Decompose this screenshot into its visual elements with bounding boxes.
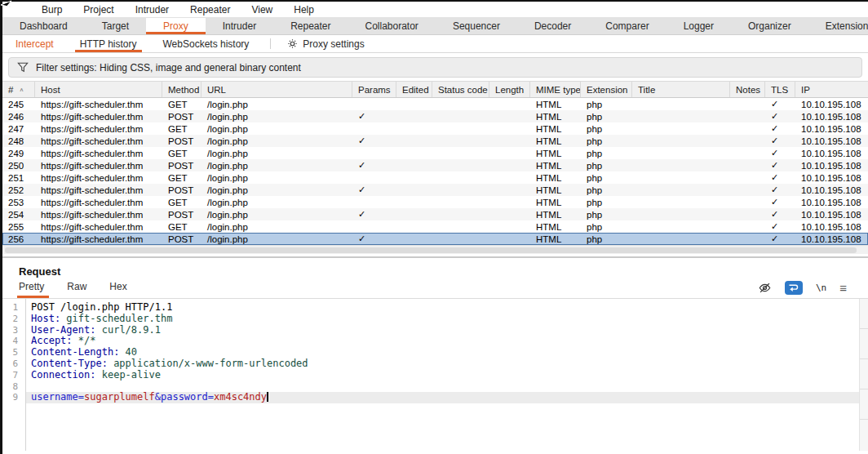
- column-header-status-code[interactable]: Status code: [432, 82, 489, 97]
- menu-burp[interactable]: Burp: [31, 4, 73, 16]
- cell-mime-type: HTML: [530, 196, 581, 208]
- table-row[interactable]: 255https://gift-scheduler.thmGET/login.p…: [2, 220, 868, 233]
- tab-dashboard[interactable]: Dashboard: [2, 18, 85, 34]
- table-row[interactable]: 249https://gift-scheduler.thmGET/login.p…: [2, 147, 868, 159]
- tab-repeater[interactable]: Repeater: [273, 18, 348, 34]
- request-code[interactable]: POST /login.php HTTP/1.1Host: gift-sched…: [26, 299, 868, 451]
- column-header-url[interactable]: URL: [202, 82, 352, 97]
- editor-scroll-strip[interactable]: [859, 299, 868, 451]
- cell-number: 255: [2, 220, 35, 233]
- request-editor[interactable]: 123456789 POST /login.php HTTP/1.1Host: …: [2, 299, 868, 451]
- table-row[interactable]: 253https://gift-scheduler.thmGET/login.p…: [2, 196, 868, 208]
- column-header-edited[interactable]: Edited: [396, 82, 432, 97]
- request-line-5[interactable]: Content-Length: 40: [26, 347, 868, 358]
- filter-settings-bar[interactable]: Filter settings: Hiding CSS, image and g…: [8, 57, 862, 78]
- table-row[interactable]: 251https://gift-scheduler.thmGET/login.p…: [2, 171, 868, 184]
- cell-edited: [396, 122, 432, 135]
- column-header-tls[interactable]: TLS: [765, 82, 795, 97]
- menu-help[interactable]: Help: [283, 4, 325, 16]
- cell-params: ✓: [352, 233, 396, 245]
- cell-method: GET: [162, 171, 202, 184]
- tab-sequencer[interactable]: Sequencer: [436, 18, 517, 34]
- cell-number: 250: [2, 159, 35, 171]
- menu-repeater[interactable]: Repeater: [179, 4, 241, 16]
- cell-ip: 10.10.195.108: [795, 159, 868, 171]
- code-segment: =: [78, 391, 84, 403]
- tab-proxy[interactable]: Proxy: [146, 18, 206, 34]
- scrollbar-thumb[interactable]: [5, 247, 857, 253]
- gear-icon: [287, 38, 298, 49]
- cell-ip: 10.10.195.108: [795, 196, 868, 208]
- tab-pretty[interactable]: Pretty: [19, 281, 55, 298]
- line-number: 5: [2, 347, 25, 358]
- column-header-title[interactable]: Title: [632, 82, 730, 97]
- table-row[interactable]: 254https://gift-scheduler.thmPOST/login.…: [2, 208, 868, 220]
- tab-hex[interactable]: Hex: [98, 281, 138, 298]
- menu-project[interactable]: Project: [73, 4, 124, 16]
- request-line-8[interactable]: [26, 381, 868, 393]
- tab-logger[interactable]: Logger: [666, 18, 731, 34]
- tab-collaborator[interactable]: Collaborator: [348, 18, 436, 34]
- tab-extensions[interactable]: Extensions: [808, 18, 868, 34]
- soft-wrap-icon[interactable]: [785, 281, 803, 295]
- cell-edited: [396, 147, 432, 159]
- column-header-notes[interactable]: Notes: [730, 82, 765, 97]
- table-row[interactable]: 248https://gift-scheduler.thmPOST/login.…: [2, 135, 868, 147]
- request-line-7[interactable]: Connection: keep-alive: [26, 370, 868, 381]
- tab-comparer[interactable]: Comparer: [588, 18, 666, 34]
- column-header-mime-type[interactable]: MIME type: [530, 82, 581, 97]
- column-header-ip[interactable]: IP: [795, 82, 868, 97]
- menu-view[interactable]: View: [241, 4, 283, 16]
- cell-host: https://gift-scheduler.thm: [35, 135, 162, 147]
- table-horizontal-scrollbar[interactable]: [2, 245, 868, 254]
- column-header-method[interactable]: Method: [162, 82, 202, 97]
- sort-ascending-icon: ∧: [19, 87, 24, 92]
- cell-notes: [730, 171, 765, 184]
- cell-host: https://gift-scheduler.thm: [35, 159, 162, 171]
- tab-organizer[interactable]: Organizer: [731, 18, 808, 34]
- table-row[interactable]: 247https://gift-scheduler.thmGET/login.p…: [2, 122, 868, 135]
- cell-title: [632, 208, 730, 220]
- column-header-params[interactable]: Params: [352, 82, 396, 97]
- menu-intruder[interactable]: Intruder: [125, 4, 179, 16]
- cell-ip: 10.10.195.108: [795, 122, 868, 135]
- http-history-table: #∧HostMethodURLParamsEditedStatus codeLe…: [2, 81, 868, 245]
- tab-decoder[interactable]: Decoder: [517, 18, 588, 34]
- cell-ip: 10.10.195.108: [795, 135, 868, 147]
- request-line-2[interactable]: Host: gift-scheduler.thm: [26, 314, 868, 325]
- request-line-6[interactable]: Content-Type: application/x-www-form-url…: [26, 358, 868, 370]
- editor-toolbar: \n ≡: [758, 281, 847, 295]
- request-line-1[interactable]: POST /login.php HTTP/1.1: [26, 302, 868, 314]
- tab-intruder[interactable]: Intruder: [206, 18, 273, 34]
- cell-status-code: [432, 208, 489, 220]
- editor-menu-icon[interactable]: ≡: [839, 284, 847, 292]
- read-only-eye-icon[interactable]: [758, 282, 772, 294]
- tab-http-history[interactable]: HTTP history: [67, 35, 150, 52]
- newline-chars-icon[interactable]: \n: [816, 283, 826, 293]
- table-row[interactable]: 256https://gift-scheduler.thmPOST/login.…: [2, 233, 868, 245]
- request-line-9[interactable]: username=sugarplumelf&password=xm4sc4ndy: [26, 392, 868, 403]
- cell-ip: 10.10.195.108: [795, 208, 868, 220]
- code-segment: Content-Length:: [31, 346, 119, 358]
- tab-intercept[interactable]: Intercept: [16, 35, 67, 52]
- column-header-host[interactable]: Host: [35, 82, 162, 97]
- column-header-extension[interactable]: Extension: [581, 82, 632, 97]
- table-row[interactable]: 252https://gift-scheduler.thmPOST/login.…: [2, 184, 868, 196]
- line-number: 3: [2, 325, 25, 336]
- proxy-settings-button[interactable]: Proxy settings: [279, 35, 372, 52]
- column-header-number[interactable]: #∧: [2, 82, 35, 97]
- burp-suite-window: BurpProjectIntruderRepeaterViewHelp Dash…: [0, 0, 868, 454]
- cell-title: [632, 122, 730, 135]
- request-line-3[interactable]: User-Agent: curl/8.9.1: [26, 325, 868, 336]
- cell-tls: ✓: [765, 220, 795, 233]
- tab-raw[interactable]: Raw: [55, 281, 98, 298]
- tab-target[interactable]: Target: [85, 18, 146, 34]
- table-row[interactable]: 245https://gift-scheduler.thmGET/login.p…: [2, 98, 868, 110]
- table-row[interactable]: 246https://gift-scheduler.thmPOST/login.…: [2, 110, 868, 122]
- column-header-length[interactable]: Length: [489, 82, 530, 97]
- mouse-cursor-icon: [0, 0, 16, 15]
- tab-websockets-history[interactable]: WebSockets history: [150, 35, 263, 52]
- request-line-4[interactable]: Accept: */*: [26, 336, 868, 347]
- table-row[interactable]: 250https://gift-scheduler.thmPOST/login.…: [2, 159, 868, 171]
- cell-url: /login.php: [202, 98, 352, 110]
